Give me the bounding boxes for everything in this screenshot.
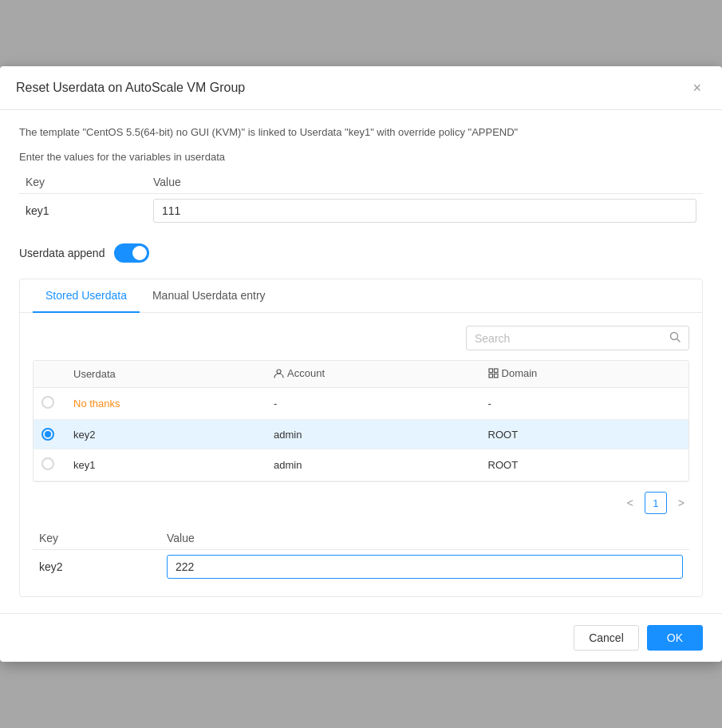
next-page-button[interactable]: > — [673, 495, 689, 511]
row-key: key1 — [19, 194, 147, 228]
account-cell: admin — [266, 420, 479, 449]
search-icon — [669, 331, 681, 345]
radio-cell[interactable] — [34, 420, 65, 449]
userdata-cell: key2 — [65, 420, 266, 449]
col-key-header: Key — [19, 171, 147, 194]
bottom-kv-table: Key Value key2 — [33, 527, 689, 584]
radio-cell[interactable] — [34, 388, 65, 420]
ok-button[interactable]: OK — [647, 625, 703, 651]
domain-cell: - — [480, 388, 688, 420]
tabs-header: Stored Userdata Manual Userdata entry — [20, 279, 702, 313]
prev-page-button[interactable]: < — [622, 495, 638, 511]
key1-value-input[interactable] — [153, 199, 696, 223]
modal: Reset Userdata on AutoScale VM Group × T… — [0, 66, 722, 662]
toggle-slider — [114, 243, 149, 263]
svg-line-1 — [677, 339, 681, 342]
variables-label: Enter the values for the variables in us… — [19, 151, 703, 163]
domain-icon — [488, 368, 499, 378]
tab-content: Userdata Account — [20, 313, 702, 596]
radio-button[interactable] — [41, 396, 54, 409]
search-box[interactable] — [466, 326, 689, 350]
svg-rect-5 — [489, 374, 493, 378]
domain-cell: ROOT — [480, 449, 688, 481]
radio-button-checked[interactable] — [41, 428, 54, 441]
key2-value-input[interactable] — [167, 555, 683, 579]
search-input[interactable] — [475, 332, 669, 345]
svg-rect-4 — [494, 369, 498, 373]
bottom-row-value — [160, 550, 689, 584]
radio-col-header — [34, 361, 65, 388]
modal-overlay: Reset Userdata on AutoScale VM Group × T… — [0, 0, 722, 728]
tab-manual-userdata[interactable]: Manual Userdata entry — [140, 279, 278, 313]
table-row: key1 — [19, 194, 703, 228]
table-row: No thanks - - — [34, 388, 688, 420]
account-col-header: Account — [266, 361, 479, 388]
svg-point-2 — [277, 370, 281, 374]
modal-header: Reset Userdata on AutoScale VM Group × — [0, 66, 722, 110]
info-text: The template "CentOS 5.5(64-bit) no GUI … — [19, 126, 703, 138]
row-value — [147, 194, 703, 228]
userdata-append-row: Userdata append — [19, 243, 703, 263]
cancel-button[interactable]: Cancel — [574, 625, 639, 651]
account-icon — [274, 368, 284, 378]
account-cell: - — [266, 388, 479, 420]
col-value-header: Value — [147, 171, 703, 194]
domain-cell: ROOT — [480, 420, 688, 449]
table-row: key2 — [33, 550, 689, 584]
pagination-row: < 1 > — [33, 492, 689, 514]
userdata-cell: No thanks — [65, 388, 266, 420]
modal-body: The template "CentOS 5.5(64-bit) no GUI … — [0, 110, 722, 613]
no-thanks-label: No thanks — [73, 398, 120, 410]
modal-title: Reset Userdata on AutoScale VM Group — [16, 81, 245, 95]
current-page: 1 — [645, 492, 667, 514]
userdata-cell: key1 — [65, 449, 266, 481]
search-row — [33, 326, 689, 350]
radio-cell[interactable] — [34, 449, 65, 481]
tab-stored-userdata[interactable]: Stored Userdata — [33, 279, 140, 313]
svg-rect-3 — [489, 369, 493, 373]
modal-footer: Cancel OK — [0, 613, 722, 662]
account-cell: admin — [266, 449, 479, 481]
bottom-row-key: key2 — [33, 550, 160, 584]
userdata-col-header: Userdata — [65, 361, 266, 388]
tabs-container: Stored Userdata Manual Userdata entry — [19, 279, 703, 597]
userdata-table-wrapper: Userdata Account — [33, 360, 689, 482]
radio-button[interactable] — [41, 457, 54, 470]
userdata-append-toggle[interactable] — [114, 243, 149, 263]
bottom-col-key-header: Key — [33, 527, 160, 550]
userdata-append-label: Userdata append — [19, 247, 105, 259]
userdata-table: Userdata Account — [34, 361, 688, 481]
table-row: key1 admin ROOT — [34, 449, 688, 481]
table-header-row: Userdata Account — [34, 361, 688, 388]
close-button[interactable]: × — [688, 79, 706, 97]
variables-table: Key Value key1 — [19, 171, 703, 228]
svg-rect-6 — [494, 374, 498, 378]
domain-col-header: Domain — [480, 361, 688, 388]
bottom-col-value-header: Value — [160, 527, 689, 550]
table-row: key2 admin ROOT — [34, 420, 688, 449]
